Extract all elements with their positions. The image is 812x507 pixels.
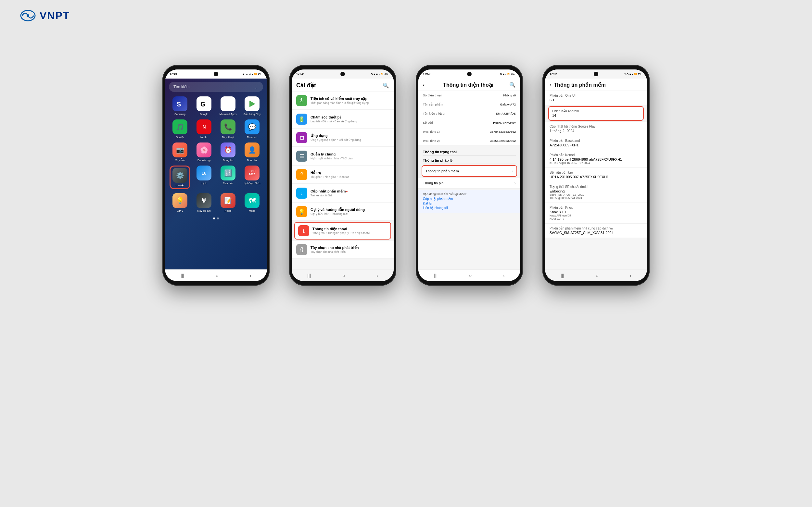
sw-item-8[interactable]: Phiên bản phần mềm nhà cung cấp dịch vụ … — [545, 224, 647, 238]
info-row-5: IMEI (khe 2) 353546293539362 — [418, 136, 520, 146]
info-row-4: IMEI (khe 1) 357843233539362 — [418, 127, 520, 136]
app-settings[interactable]: ⚙️ Cài đặt — [169, 166, 190, 189]
app-notes[interactable]: 📝 Notes — [218, 193, 239, 212]
settings-icon-6: 💡 — [296, 206, 307, 217]
app-phone[interactable]: 📞 Điện thoại — [218, 119, 239, 138]
app-microsoft[interactable]: Microsoft Apps — [218, 96, 239, 116]
more-options[interactable]: ⋮ — [253, 84, 259, 90]
settings-sub-5: Tải về và cài đặt — [310, 194, 389, 197]
app-goiy[interactable]: 💡 Gợi ý — [169, 193, 190, 212]
search-icon-3[interactable]: 🔍 — [509, 82, 516, 88]
recorder-icon: 🎙 — [197, 193, 211, 208]
status-bar-2: 17:52 G■■• 📶6% — [292, 69, 394, 78]
google-icon: G — [197, 96, 211, 111]
software-info-item[interactable]: Thông tin phần mềm › — [421, 165, 517, 177]
app-calendar[interactable]: 16 Lịch — [194, 166, 214, 189]
info-row-2: Tên kiểu thiết bị SM-A725F/DS — [418, 109, 520, 118]
settings-icon-8: {} — [296, 244, 307, 255]
app-samsung-label: Samsung — [174, 113, 186, 116]
device-info-table: Số điện thoại Không rõ Tên sản phẩm Gala… — [418, 91, 520, 146]
pin-info-item[interactable]: Thông tin pin › — [418, 178, 520, 188]
phone-4: 17:52 □G■• 📶6% ‹ Thông tin phần mềm Phiê — [543, 65, 650, 286]
contacts-icon: 👤 — [245, 143, 259, 157]
notes-icon: 📝 — [220, 193, 236, 208]
nav-back-1[interactable]: ‹ — [250, 273, 251, 278]
app-playstore[interactable]: Cửa hàng Play — [242, 96, 262, 116]
nav-recent-2[interactable]: ||| — [307, 273, 311, 278]
settings-title-4: Hỗ trợ — [310, 171, 389, 175]
nav-back-3[interactable]: ‹ — [503, 273, 505, 278]
time-3: 17:52 — [423, 72, 430, 76]
netflix-icon: N — [197, 119, 211, 134]
app-licvan[interactable]: LỊCH2023 Lịch Vạn Niên — [242, 166, 262, 189]
link-1[interactable]: Đặt lại — [423, 202, 516, 205]
settings-icon-5: ↓ — [296, 187, 307, 199]
app-recorder[interactable]: 🎙 Máy ghi âm — [194, 193, 214, 212]
sw-items-list: Phiên bản One UI 6.1 Phiên bản Android 1… — [545, 91, 647, 238]
app-gallery[interactable]: 🌸 Bộ sưu tập — [194, 143, 214, 162]
samsung-icon: S — [172, 96, 188, 111]
settings-title-3: Quản lý chung — [310, 152, 389, 157]
nav-home-3[interactable]: ○ — [469, 273, 472, 278]
sw-item-7[interactable]: Phiên bản Knox Knox 3.10 Knox API level … — [545, 203, 647, 224]
settings-item-8[interactable]: {} Tùy chọn cho nhà phát triển Tùy chọn … — [292, 241, 394, 259]
app-contacts[interactable]: 👤 Danh bạ — [242, 143, 262, 162]
app-netflix[interactable]: N Netflix — [194, 119, 214, 138]
app-messages[interactable]: 💬 Tin nhắn — [242, 119, 262, 138]
back-button-4[interactable]: ‹ — [550, 82, 551, 88]
camera-icon: 📷 — [172, 143, 188, 157]
sw-item-3[interactable]: Phiên bản Baseband A725FXXU9FXH1 — [545, 136, 647, 150]
settings-icon-4: ? — [296, 169, 307, 180]
link-2[interactable]: Liên hệ chúng tôi — [423, 206, 516, 210]
sw-item-4[interactable]: Phiên bản Kernel 4.14.190-perf-28694960-… — [545, 150, 647, 168]
settings-item-7[interactable]: ℹ Thông tin điện thoại Trạng thái • Thôn… — [294, 222, 391, 239]
app-samsung[interactable]: S Samsung — [169, 96, 190, 116]
nav-home-1[interactable]: ○ — [216, 273, 218, 278]
app-clock[interactable]: ⏰ Đồng hồ — [218, 143, 239, 162]
settings-item-6[interactable]: 💡 Gợi ý và hướng dẫn người dùng Gợi ý hữ… — [292, 203, 394, 221]
settings-title-1: Chăm sóc thiết bị — [310, 115, 389, 119]
spotify-icon: 🎵 — [172, 119, 188, 134]
app-camera[interactable]: 📷 Máy ảnh — [169, 143, 190, 162]
nav-back-2[interactable]: ‹ — [376, 273, 378, 278]
nav-recent-3[interactable]: ||| — [434, 273, 438, 278]
sw-item-5[interactable]: Số hiệu bản tạo UP1A.231005.007.A725FXXU… — [545, 168, 647, 182]
nav-recent-1[interactable]: ||| — [181, 273, 184, 278]
phones-container: 17:49 ▲▲△• 📶4% Tìm kiếm ⋮ — [0, 0, 812, 305]
settings-text-6: Gợi ý và hướng dẫn người dùng Gợi ý hữu … — [310, 208, 389, 216]
app-calculator[interactable]: 🔢 Máy tính — [218, 166, 239, 189]
settings-item-3[interactable]: ☰ Quản lý chung Ngôn ngữ và bàn phím • T… — [292, 147, 394, 165]
page-indicator — [165, 218, 267, 219]
sw-item-1[interactable]: Phiên bản Android 14 — [548, 106, 644, 121]
settings-sub-4: Thị giác • Thính giác • Thao tác — [310, 175, 389, 178]
settings-search-icon[interactable]: 🔍 — [383, 82, 389, 89]
settings-item-5[interactable]: ↓ Cập nhật phần mềm● Tải về và cài đặt — [292, 184, 394, 202]
back-button-3[interactable]: ‹ — [423, 82, 424, 88]
nav-recent-4[interactable]: ||| — [561, 273, 564, 278]
settings-text-7: Thông tin điện thoại Trạng thái • Thông … — [312, 227, 387, 235]
goiy-icon: 💡 — [172, 193, 188, 208]
settings-item-1[interactable]: 🔋 Chăm sóc thiết bị Lưu trữ • Bộ nhớ • B… — [292, 110, 394, 128]
link-0[interactable]: Cập nhật phần mềm — [423, 197, 516, 201]
status-bar-4: 17:52 □G■• 📶6% — [545, 69, 647, 78]
sw-item-2[interactable]: Cập nhật hệ thống Google Play 1 tháng 2,… — [545, 122, 647, 136]
sw-item-0[interactable]: Phiên bản One UI 6.1 — [545, 91, 647, 105]
nav-home-4[interactable]: ○ — [596, 273, 598, 278]
status-icons-3: G■• 📶6% — [500, 73, 514, 76]
status-icons-4: □G■• 📶6% — [624, 73, 641, 76]
app-google[interactable]: G Google — [194, 96, 214, 116]
status-icons-1: ▲▲△• 📶4% — [242, 73, 261, 76]
app-maps[interactable]: 🗺 Maps — [242, 193, 262, 212]
settings-item-0[interactable]: ⏱ Tiện ích số và kiểm soát truy cập Thời… — [292, 92, 394, 110]
phone-1-screen: 17:49 ▲▲△• 📶4% Tìm kiếm ⋮ — [165, 69, 267, 281]
settings-title-7: Thông tin điện thoại — [312, 227, 387, 231]
nav-home-2[interactable]: ○ — [342, 273, 345, 278]
settings-item-2[interactable]: ⊞ Ứng dụng Ứng dụng mặc định • Cài đặt ứ… — [292, 129, 394, 147]
sw-item-6[interactable]: Trạng thái SE cho Android Enforcing SEPF… — [545, 182, 647, 203]
nav-back-4[interactable]: ‹ — [630, 273, 631, 278]
settings-item-4[interactable]: ? Hỗ trợ Thị giác • Thính giác • Thao tá… — [292, 166, 394, 184]
app-microsoft-label: Microsoft Apps — [219, 113, 237, 116]
home-search-bar[interactable]: Tìm kiếm ⋮ — [169, 82, 263, 92]
settings-title-8: Tùy chọn cho nhà phát triển — [310, 246, 389, 250]
app-spotify[interactable]: 🎵 Spotify — [169, 119, 190, 138]
